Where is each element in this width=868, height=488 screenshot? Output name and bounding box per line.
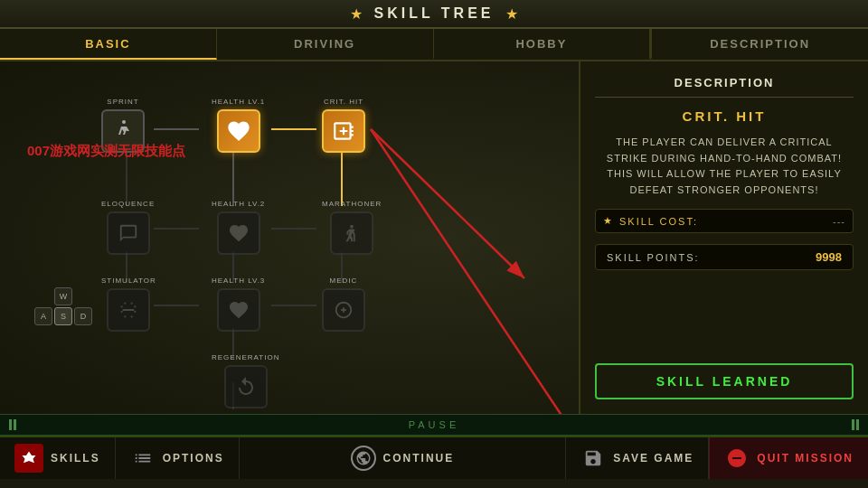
pause-bar: PAUSE (0, 414, 868, 436)
pause-line-1 (9, 419, 12, 430)
continue-button[interactable]: CONTINUE (240, 437, 567, 479)
skills-label: SKILLS (51, 452, 100, 465)
pause-indicator-left (9, 419, 16, 430)
options-button[interactable]: OPTIONS (116, 437, 240, 479)
quit-icon (724, 446, 750, 471)
pause-line-4 (856, 419, 859, 430)
continue-label: CONTINUE (383, 452, 455, 465)
svg-line-15 (371, 129, 524, 278)
star-cost-icon: ★ (603, 215, 614, 227)
skill-eloquence[interactable]: ELOQUENCE (101, 200, 155, 255)
tabs-bar: BASIC DRIVING HOBBY DESCRIPTION (0, 29, 868, 61)
skill-health-lv2[interactable]: HEALTH LV.2 (212, 200, 265, 255)
globe-icon (351, 446, 376, 471)
skill-medic[interactable]: MEDIC (322, 277, 365, 332)
skill-learned-button[interactable]: SKILL LEARNED (595, 363, 854, 399)
skill-points-value: 9998 (816, 250, 842, 264)
description-text: THE PLAYER CAN DELIVER A CRITICAL STRIKE… (595, 135, 854, 198)
quit-mission-button[interactable]: QUIT MISSION (709, 437, 868, 479)
pause-indicator-right (852, 419, 859, 430)
skill-cost-row: ★ SKILL COST: --- (595, 209, 854, 233)
tab-basic[interactable]: BASIC (0, 29, 217, 60)
tab-hobby[interactable]: HOBBY (434, 29, 651, 60)
key-a: A (34, 307, 52, 325)
watermark-text: 007游戏网实测无限技能点 (27, 143, 185, 160)
skill-tree-area: 007游戏网实测无限技能点 (0, 61, 579, 414)
skill-regeneration[interactable]: REGENERATION (212, 353, 279, 408)
save-icon (580, 446, 606, 471)
skill-crit-hit[interactable]: CRIT. HIT (322, 98, 365, 153)
pause-text: PAUSE (409, 419, 459, 430)
key-w: W (54, 287, 72, 305)
connector-lines (0, 61, 579, 414)
header: ★ SKILL TREE ★ (0, 0, 868, 29)
skill-cost-label: ★ SKILL COST: (603, 215, 698, 227)
main-content: 007游戏网实测无限技能点 (0, 61, 868, 414)
description-title: CRIT. HIT (595, 108, 854, 124)
svg-point-17 (350, 225, 354, 229)
svg-line-16 (371, 129, 579, 414)
skill-cost-value: --- (833, 216, 845, 227)
save-label: SAVE GAME (613, 452, 693, 465)
header-title: SKILL TREE (373, 5, 494, 22)
tab-driving[interactable]: DRIVING (217, 29, 434, 60)
bottom-bar: SKILLS OPTIONS CONTINUE SAVE GAME (0, 436, 868, 479)
star-left-icon: ★ (350, 5, 363, 23)
skill-marathoner[interactable]: MARATHONER (322, 200, 382, 255)
red-arrows (0, 61, 579, 414)
skills-button[interactable]: SKILLS (0, 437, 116, 479)
tab-description[interactable]: DESCRIPTION (650, 29, 868, 60)
wasd-indicator: W A S D (27, 287, 99, 342)
star-right-icon: ★ (505, 5, 518, 23)
description-section-label: DESCRIPTION (595, 76, 854, 98)
pause-line-3 (852, 419, 854, 430)
save-game-button[interactable]: SAVE GAME (566, 437, 709, 479)
quit-label: QUIT MISSION (757, 452, 854, 465)
skills-icon (14, 444, 43, 473)
pause-line-2 (14, 419, 16, 430)
skill-points-label: SKILL POINTS: (607, 252, 700, 263)
key-s: S (54, 307, 72, 325)
options-label: OPTIONS (163, 452, 224, 465)
key-d: D (74, 307, 92, 325)
description-panel: DESCRIPTION CRIT. HIT THE PLAYER CAN DEL… (579, 61, 868, 414)
skill-points-row: SKILL POINTS: 9998 (595, 244, 854, 270)
skill-health-lv1[interactable]: HEALTH LV.1 (212, 98, 265, 153)
skill-stimulator[interactable]: STIMULATOR (101, 277, 156, 332)
options-icon (130, 446, 156, 471)
skill-health-lv3[interactable]: HEALTH LV.3 (212, 277, 265, 332)
